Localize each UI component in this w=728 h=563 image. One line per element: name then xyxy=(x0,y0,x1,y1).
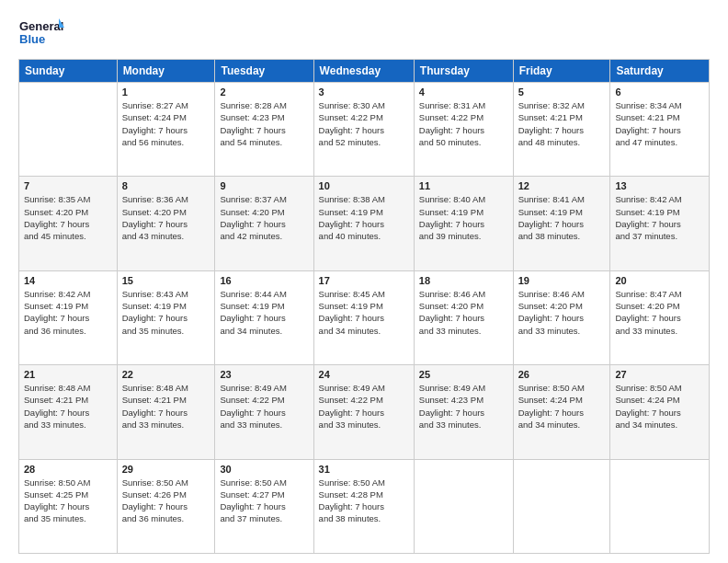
day-number: 29 xyxy=(122,464,210,475)
page: General Blue SundayMondayTuesdayWednesda… xyxy=(0,0,728,563)
day-info: Sunrise: 8:41 AM Sunset: 4:19 PM Dayligh… xyxy=(518,193,606,242)
day-cell: 18Sunrise: 8:46 AM Sunset: 4:20 PM Dayli… xyxy=(414,270,513,364)
header-tuesday: Tuesday xyxy=(215,60,313,83)
header-thursday: Thursday xyxy=(414,60,513,83)
day-cell: 2Sunrise: 8:28 AM Sunset: 4:23 PM Daylig… xyxy=(215,83,313,177)
day-number: 3 xyxy=(319,86,409,98)
day-cell: 26Sunrise: 8:50 AM Sunset: 4:24 PM Dayli… xyxy=(513,365,610,459)
day-info: Sunrise: 8:50 AM Sunset: 4:24 PM Dayligh… xyxy=(615,382,704,431)
day-number: 21 xyxy=(24,369,112,380)
day-number: 16 xyxy=(220,275,308,286)
day-cell: 11Sunrise: 8:40 AM Sunset: 4:19 PM Dayli… xyxy=(414,177,513,270)
day-cell: 7Sunrise: 8:35 AM Sunset: 4:20 PM Daylig… xyxy=(19,177,118,270)
day-info: Sunrise: 8:50 AM Sunset: 4:25 PM Dayligh… xyxy=(24,477,112,525)
day-cell: 13Sunrise: 8:42 AM Sunset: 4:19 PM Dayli… xyxy=(610,177,710,270)
day-info: Sunrise: 8:45 AM Sunset: 4:19 PM Dayligh… xyxy=(319,288,409,337)
svg-text:General: General xyxy=(19,19,63,33)
day-cell xyxy=(414,459,513,553)
day-number: 19 xyxy=(518,275,606,286)
day-number: 26 xyxy=(518,369,606,380)
day-cell: 29Sunrise: 8:50 AM Sunset: 4:26 PM Dayli… xyxy=(117,459,215,553)
day-number: 30 xyxy=(220,464,308,475)
day-cell: 20Sunrise: 8:47 AM Sunset: 4:20 PM Dayli… xyxy=(610,270,710,364)
header-friday: Friday xyxy=(513,60,610,83)
day-cell: 14Sunrise: 8:42 AM Sunset: 4:19 PM Dayli… xyxy=(19,270,118,364)
day-cell: 15Sunrise: 8:43 AM Sunset: 4:19 PM Dayli… xyxy=(117,270,215,364)
day-info: Sunrise: 8:37 AM Sunset: 4:20 PM Dayligh… xyxy=(220,193,308,242)
day-cell: 9Sunrise: 8:37 AM Sunset: 4:20 PM Daylig… xyxy=(215,177,313,270)
day-info: Sunrise: 8:35 AM Sunset: 4:20 PM Dayligh… xyxy=(24,193,112,242)
day-info: Sunrise: 8:50 AM Sunset: 4:28 PM Dayligh… xyxy=(319,477,409,525)
day-number: 4 xyxy=(419,86,508,98)
day-cell: 17Sunrise: 8:45 AM Sunset: 4:19 PM Dayli… xyxy=(313,270,414,364)
day-info: Sunrise: 8:42 AM Sunset: 4:19 PM Dayligh… xyxy=(615,193,704,242)
day-cell: 6Sunrise: 8:34 AM Sunset: 4:21 PM Daylig… xyxy=(610,83,710,177)
day-cell: 25Sunrise: 8:49 AM Sunset: 4:23 PM Dayli… xyxy=(414,365,513,459)
day-number: 9 xyxy=(220,180,308,191)
day-number: 12 xyxy=(518,180,606,191)
day-cell xyxy=(513,459,610,553)
week-row-4: 21Sunrise: 8:48 AM Sunset: 4:21 PM Dayli… xyxy=(19,365,710,459)
calendar-table: SundayMondayTuesdayWednesdayThursdayFrid… xyxy=(18,59,710,554)
day-number: 10 xyxy=(319,180,409,191)
day-cell: 4Sunrise: 8:31 AM Sunset: 4:22 PM Daylig… xyxy=(414,83,513,177)
calendar-header-row: SundayMondayTuesdayWednesdayThursdayFrid… xyxy=(19,60,710,83)
day-info: Sunrise: 8:49 AM Sunset: 4:22 PM Dayligh… xyxy=(220,382,308,431)
day-info: Sunrise: 8:46 AM Sunset: 4:20 PM Dayligh… xyxy=(419,288,508,337)
week-row-2: 7Sunrise: 8:35 AM Sunset: 4:20 PM Daylig… xyxy=(19,177,710,270)
day-cell: 1Sunrise: 8:27 AM Sunset: 4:24 PM Daylig… xyxy=(117,83,215,177)
week-row-5: 28Sunrise: 8:50 AM Sunset: 4:25 PM Dayli… xyxy=(19,459,710,553)
day-cell: 10Sunrise: 8:38 AM Sunset: 4:19 PM Dayli… xyxy=(313,177,414,270)
day-info: Sunrise: 8:27 AM Sunset: 4:24 PM Dayligh… xyxy=(122,99,210,148)
day-cell: 28Sunrise: 8:50 AM Sunset: 4:25 PM Dayli… xyxy=(19,459,118,553)
day-number: 23 xyxy=(220,369,308,380)
day-info: Sunrise: 8:48 AM Sunset: 4:21 PM Dayligh… xyxy=(122,382,210,431)
header: General Blue xyxy=(18,15,710,50)
day-cell: 27Sunrise: 8:50 AM Sunset: 4:24 PM Dayli… xyxy=(610,365,710,459)
header-saturday: Saturday xyxy=(610,60,710,83)
day-number: 27 xyxy=(615,369,704,380)
logo-svg: General Blue xyxy=(18,15,64,50)
day-number: 2 xyxy=(220,86,308,98)
day-cell: 5Sunrise: 8:32 AM Sunset: 4:21 PM Daylig… xyxy=(513,83,610,177)
header-monday: Monday xyxy=(117,60,215,83)
day-number: 6 xyxy=(615,86,704,98)
day-cell: 23Sunrise: 8:49 AM Sunset: 4:22 PM Dayli… xyxy=(215,365,313,459)
day-cell: 30Sunrise: 8:50 AM Sunset: 4:27 PM Dayli… xyxy=(215,459,313,553)
day-cell: 24Sunrise: 8:49 AM Sunset: 4:22 PM Dayli… xyxy=(313,365,414,459)
day-cell: 19Sunrise: 8:46 AM Sunset: 4:20 PM Dayli… xyxy=(513,270,610,364)
day-cell xyxy=(610,459,710,553)
day-cell: 16Sunrise: 8:44 AM Sunset: 4:19 PM Dayli… xyxy=(215,270,313,364)
day-cell: 22Sunrise: 8:48 AM Sunset: 4:21 PM Dayli… xyxy=(117,365,215,459)
day-cell: 12Sunrise: 8:41 AM Sunset: 4:19 PM Dayli… xyxy=(513,177,610,270)
week-row-1: 1Sunrise: 8:27 AM Sunset: 4:24 PM Daylig… xyxy=(19,83,710,177)
svg-text:Blue: Blue xyxy=(19,32,45,46)
day-info: Sunrise: 8:50 AM Sunset: 4:24 PM Dayligh… xyxy=(518,382,606,431)
day-info: Sunrise: 8:49 AM Sunset: 4:22 PM Dayligh… xyxy=(319,382,409,431)
day-info: Sunrise: 8:43 AM Sunset: 4:19 PM Dayligh… xyxy=(122,288,210,337)
day-info: Sunrise: 8:50 AM Sunset: 4:26 PM Dayligh… xyxy=(122,477,210,525)
day-cell: 8Sunrise: 8:36 AM Sunset: 4:20 PM Daylig… xyxy=(117,177,215,270)
day-info: Sunrise: 8:32 AM Sunset: 4:21 PM Dayligh… xyxy=(518,99,606,148)
day-number: 18 xyxy=(419,275,508,286)
logo: General Blue xyxy=(18,15,64,50)
day-cell: 21Sunrise: 8:48 AM Sunset: 4:21 PM Dayli… xyxy=(19,365,118,459)
day-info: Sunrise: 8:50 AM Sunset: 4:27 PM Dayligh… xyxy=(220,477,308,525)
day-info: Sunrise: 8:31 AM Sunset: 4:22 PM Dayligh… xyxy=(419,99,508,148)
day-number: 20 xyxy=(615,275,704,286)
header-wednesday: Wednesday xyxy=(313,60,414,83)
day-number: 14 xyxy=(24,275,112,286)
day-info: Sunrise: 8:34 AM Sunset: 4:21 PM Dayligh… xyxy=(615,99,704,148)
day-number: 8 xyxy=(122,180,210,191)
header-sunday: Sunday xyxy=(19,60,118,83)
day-info: Sunrise: 8:49 AM Sunset: 4:23 PM Dayligh… xyxy=(419,382,508,431)
day-info: Sunrise: 8:36 AM Sunset: 4:20 PM Dayligh… xyxy=(122,193,210,242)
day-cell xyxy=(19,83,118,177)
day-number: 28 xyxy=(24,464,112,475)
day-number: 24 xyxy=(319,369,409,380)
day-number: 31 xyxy=(319,464,409,475)
day-cell: 3Sunrise: 8:30 AM Sunset: 4:22 PM Daylig… xyxy=(313,83,414,177)
day-number: 25 xyxy=(419,369,508,380)
day-number: 11 xyxy=(419,180,508,191)
day-info: Sunrise: 8:42 AM Sunset: 4:19 PM Dayligh… xyxy=(24,288,112,337)
